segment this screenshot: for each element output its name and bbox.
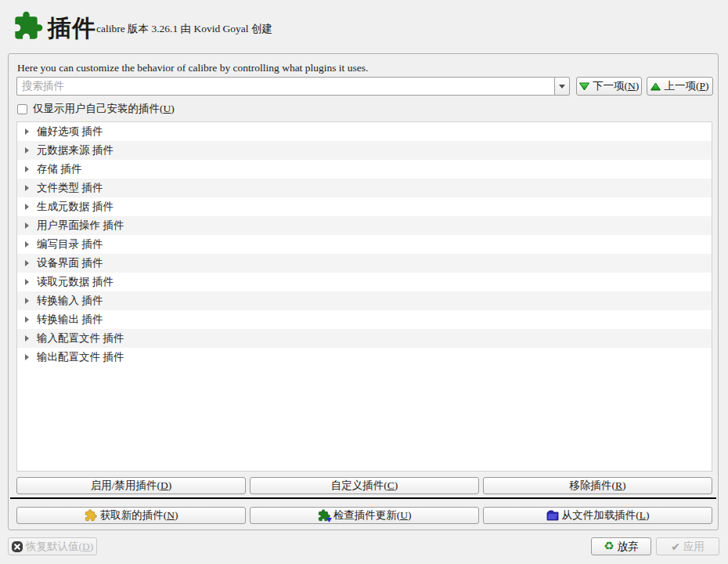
search-input[interactable]	[16, 77, 554, 96]
list-item[interactable]: 编写目录 插件	[17, 235, 712, 254]
list-item-label: 存储 插件	[37, 162, 81, 176]
list-item[interactable]: 偏好选项 插件	[17, 122, 712, 141]
plugins-tree: 偏好选项 插件 元数据来源 插件 存储 插件 文件类型 插件 生成元数据 插件 …	[16, 121, 712, 472]
expand-arrow-icon[interactable]	[25, 166, 29, 172]
expand-arrow-icon[interactable]	[25, 354, 29, 360]
version-subtitle: calibre 版本 3.26.1 由 Kovid Goyal 创建	[96, 22, 272, 36]
apply-label: 应用	[683, 540, 705, 554]
expand-arrow-icon[interactable]	[25, 147, 29, 154]
user-plugins-checkbox[interactable]	[17, 104, 27, 114]
list-item-label: 输出配置文件 插件	[37, 350, 124, 364]
yellow-puzzle-icon	[85, 509, 97, 522]
expand-arrow-icon[interactable]	[25, 298, 29, 304]
list-item[interactable]: 输入配置文件 插件	[17, 329, 712, 348]
list-item[interactable]: 输出配置文件 插件	[17, 348, 712, 367]
list-item-label: 输入配置文件 插件	[37, 331, 124, 345]
check-icon: ✔	[671, 541, 680, 552]
next-item-button[interactable]: 下一项(N)	[576, 77, 642, 96]
panel-description: Here you can customize the behavior of c…	[17, 62, 368, 74]
list-item-label: 生成元数据 插件	[37, 200, 114, 214]
search-dropdown-button[interactable]	[554, 77, 570, 96]
list-item[interactable]: 元数据来源 插件	[17, 141, 712, 160]
list-item[interactable]: 读取元数据 插件	[17, 273, 712, 291]
list-item-label: 读取元数据 插件	[37, 275, 114, 289]
list-item[interactable]: 存储 插件	[17, 160, 712, 179]
previous-item-button[interactable]: 上一项(P)	[647, 77, 713, 96]
expand-arrow-icon[interactable]	[25, 335, 29, 342]
expand-arrow-icon[interactable]	[25, 316, 29, 323]
discard-button[interactable]: ♻ 放弃	[591, 537, 651, 555]
customize-plugin-button[interactable]: 自定义插件(C)	[250, 477, 479, 494]
list-item-label: 文件类型 插件	[37, 181, 103, 195]
button-rows-separator	[10, 497, 716, 499]
list-item-label: 编写目录 插件	[37, 237, 103, 251]
user-plugins-checkbox-label: 仅显示用户自己安装的插件(U)	[33, 102, 175, 116]
toggle-plugin-label: 启用/禁用插件(D)	[91, 479, 172, 493]
toggle-plugin-button[interactable]: 启用/禁用插件(D)	[16, 477, 246, 494]
list-item[interactable]: 生成元数据 插件	[17, 197, 712, 216]
get-new-plugins-button[interactable]: 获取新的插件(N)	[16, 507, 246, 524]
list-item-label: 偏好选项 插件	[37, 125, 103, 139]
list-item-label: 用户界面操作 插件	[37, 219, 124, 233]
list-item[interactable]: 用户界面操作 插件	[17, 216, 712, 235]
list-item-label: 设备界面 插件	[37, 256, 103, 270]
expand-arrow-icon[interactable]	[25, 279, 29, 285]
expand-arrow-icon[interactable]	[25, 128, 29, 135]
restore-defaults-button[interactable]: 恢复默认值(D)	[8, 537, 97, 555]
check-plugin-updates-label: 检查插件更新(U)	[333, 508, 412, 522]
plugins-preferences-window: 插件 calibre 版本 3.26.1 由 Kovid Goyal 创建 He…	[0, 0, 728, 564]
load-plugin-from-file-button[interactable]: 从文件加载插件(L)	[483, 507, 712, 524]
green-down-triangle-icon	[579, 82, 589, 91]
dark-x-icon	[12, 541, 23, 552]
list-item[interactable]: 文件类型 插件	[17, 179, 712, 197]
recycle-icon: ♻	[604, 540, 614, 552]
list-item[interactable]: 转换输入 插件	[17, 291, 712, 310]
blue-folder-icon	[546, 510, 559, 522]
next-item-label: 下一项(N)	[593, 79, 639, 93]
search-combobox	[16, 77, 570, 96]
green-puzzle-update-icon	[318, 509, 330, 522]
previous-item-label: 上一项(P)	[664, 79, 708, 93]
customize-plugin-label: 自定义插件(C)	[331, 479, 398, 493]
apply-button[interactable]: ✔ 应用	[656, 537, 719, 555]
expand-arrow-icon[interactable]	[25, 241, 29, 248]
page-title: 插件	[48, 13, 96, 45]
expand-arrow-icon[interactable]	[25, 185, 29, 191]
check-plugin-updates-button[interactable]: 检查插件更新(U)	[250, 507, 479, 524]
get-new-plugins-label: 获取新的插件(N)	[100, 508, 178, 522]
restore-defaults-label: 恢复默认值(D)	[26, 540, 93, 554]
expand-arrow-icon[interactable]	[25, 204, 29, 210]
expand-arrow-icon[interactable]	[25, 260, 29, 266]
green-up-triangle-icon	[651, 82, 661, 91]
chevron-down-icon	[559, 85, 565, 89]
user-plugins-filter: 仅显示用户自己安装的插件(U)	[17, 103, 175, 115]
list-item-label: 转换输出 插件	[37, 313, 103, 327]
remove-plugin-button[interactable]: 移除插件(R)	[483, 477, 712, 494]
plugins-panel: Here you can customize the behavior of c…	[8, 53, 719, 530]
remove-plugin-label: 移除插件(R)	[569, 479, 625, 493]
list-item-label: 转换输入 插件	[37, 294, 103, 308]
load-plugin-from-file-label: 从文件加载插件(L)	[562, 508, 650, 522]
list-item[interactable]: 设备界面 插件	[17, 254, 712, 273]
discard-label: 放弃	[618, 540, 639, 554]
green-puzzle-icon	[13, 10, 44, 42]
list-item[interactable]: 转换输出 插件	[17, 310, 712, 329]
expand-arrow-icon[interactable]	[25, 222, 29, 229]
list-item-label: 元数据来源 插件	[37, 143, 114, 157]
